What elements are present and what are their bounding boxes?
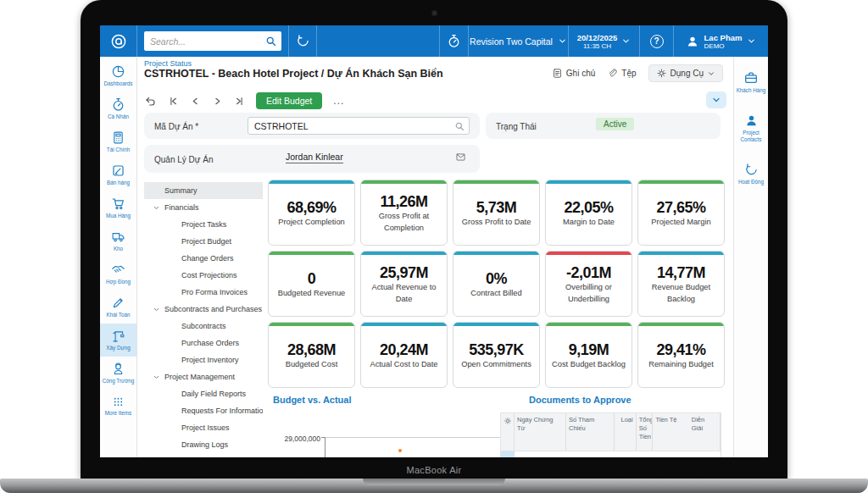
module-rail-item[interactable]: Kho bbox=[100, 224, 136, 257]
side-menu-item[interactable]: Project Budget bbox=[144, 233, 263, 250]
module-rail-label: Kho bbox=[114, 246, 123, 252]
project-manager-value[interactable]: Jordan Kinlear bbox=[286, 152, 343, 163]
more-actions-button[interactable]: ... bbox=[333, 95, 344, 107]
table-column-header[interactable]: Diễn Giải bbox=[689, 413, 721, 451]
side-panel-item[interactable]: Khách Hàng bbox=[734, 64, 768, 101]
kpi-tile[interactable]: 25,97M Actual Revenue to Date bbox=[360, 251, 448, 317]
module-rail-item[interactable]: More Items bbox=[100, 390, 136, 423]
help-button[interactable]: ? bbox=[639, 25, 673, 57]
notes-button[interactable]: Ghi chú bbox=[552, 68, 595, 79]
side-menu-item[interactable]: Drawing Logs bbox=[144, 436, 263, 453]
undo-button[interactable] bbox=[144, 95, 157, 108]
lookup-icon[interactable] bbox=[453, 120, 465, 132]
module-rail-item[interactable]: Khái Toán bbox=[100, 290, 136, 324]
table-column-header[interactable]: Loại bbox=[615, 413, 637, 451]
kpi-value: 14,77M bbox=[657, 265, 705, 282]
table-column-header[interactable]: Tổng Số Tiền bbox=[637, 413, 654, 451]
table-settings-button[interactable] bbox=[501, 413, 515, 451]
project-id-input[interactable] bbox=[248, 119, 469, 135]
breadcrumb[interactable]: Project Status bbox=[144, 59, 192, 68]
documents-to-approve-title[interactable]: Documents to Approve bbox=[529, 395, 632, 405]
kpi-tile[interactable]: 28,68M Budgeted Cost bbox=[268, 322, 355, 388]
files-button[interactable]: Tệp bbox=[607, 68, 636, 79]
side-menu-item[interactable]: Subcontracts and Purchases bbox=[144, 301, 263, 318]
side-menu-item[interactable]: Subcontracts bbox=[144, 318, 263, 335]
table-column-header[interactable]: Tiền Tệ bbox=[653, 413, 688, 451]
contact-card-icon[interactable] bbox=[455, 152, 466, 163]
side-menu-label: Project Tasks bbox=[181, 220, 226, 229]
app-logo-icon[interactable] bbox=[100, 25, 137, 57]
side-menu-item[interactable]: Cost Projections bbox=[144, 267, 263, 284]
side-menu-item[interactable]: Purchase Orders bbox=[144, 335, 263, 351]
user-menu[interactable]: Lac Pham DEMO bbox=[673, 25, 768, 57]
side-panel-item[interactable]: Project Contacts bbox=[734, 109, 768, 147]
module-rail-label: Khái Toán bbox=[107, 312, 131, 318]
history-icon bbox=[744, 163, 759, 177]
row-selector-cell[interactable] bbox=[501, 451, 515, 457]
collapse-form-button[interactable] bbox=[706, 91, 726, 108]
budget-vs-actual-title[interactable]: Budget vs. Actual bbox=[273, 395, 352, 405]
side-panel-label: Project Contacts bbox=[734, 130, 768, 141]
kpi-tile[interactable]: 5,73M Gross Profit to Date bbox=[453, 180, 540, 246]
search-icon[interactable] bbox=[264, 35, 277, 47]
kpi-tile[interactable]: 0% Contract Billed bbox=[453, 251, 540, 317]
module-rail-item[interactable]: Mua Hàng bbox=[100, 191, 136, 224]
business-date-selector[interactable]: 20/12/2025 11:35 CH bbox=[568, 25, 639, 57]
kpi-tile[interactable]: 9,19M Cost Budget Backlog bbox=[545, 322, 632, 388]
time-tracking-icon[interactable] bbox=[439, 25, 468, 57]
tools-button[interactable]: Dụng Cụ bbox=[648, 64, 723, 82]
module-rail-item[interactable]: Cá Nhân bbox=[100, 92, 136, 125]
kpi-tile[interactable]: 68,69% Project Completion bbox=[268, 180, 355, 246]
kpi-tile[interactable]: 20,24M Actual Cost to Date bbox=[360, 322, 448, 388]
side-menu-item[interactable]: Project Management bbox=[144, 368, 263, 385]
side-menu-item[interactable]: Project Tasks bbox=[144, 216, 263, 233]
side-menu-item[interactable]: Summary bbox=[144, 182, 263, 199]
side-panel-item[interactable]: Hoạt Động bbox=[734, 155, 768, 192]
kpi-label: Margin to Date bbox=[548, 217, 630, 229]
tenant-selector[interactable]: Revision Two Capital bbox=[468, 25, 568, 57]
side-menu-item[interactable]: Project Issues bbox=[144, 419, 263, 436]
chevron-down-icon bbox=[153, 374, 164, 381]
kpi-tile[interactable]: 0 Budgeted Revenue bbox=[268, 251, 355, 317]
business-time: 11:35 CH bbox=[577, 42, 618, 50]
kpi-tile[interactable]: 11,26M Gross Profit at Completion bbox=[360, 180, 448, 246]
status-panel: Trạng Thái Active bbox=[486, 113, 721, 139]
files-label: Tệp bbox=[621, 69, 636, 78]
next-record-button[interactable] bbox=[212, 96, 223, 107]
module-rail-item[interactable]: Xây Dựng bbox=[100, 324, 136, 357]
module-rail-item[interactable]: Hợp Đồng bbox=[100, 257, 136, 290]
table-column-header[interactable]: Ngày Chứng Từ bbox=[515, 413, 566, 451]
table-row[interactable] bbox=[501, 451, 721, 457]
business-date-history-button[interactable] bbox=[288, 25, 317, 57]
search-input[interactable] bbox=[144, 31, 281, 51]
last-record-button[interactable] bbox=[234, 96, 245, 107]
kpi-label: Budgeted Revenue bbox=[270, 288, 353, 300]
kpi-tile[interactable]: 14,77M Revenue Budget Backlog bbox=[637, 251, 725, 317]
kpi-tile[interactable]: -2,01M Overbilling or Underbilling bbox=[545, 251, 632, 317]
kpi-value: 25,97M bbox=[380, 265, 428, 282]
side-panel-label: Hoạt Động bbox=[738, 179, 764, 185]
side-menu-item[interactable]: Pro Forma Invoices bbox=[144, 284, 263, 301]
side-menu-label: Project Inventory bbox=[181, 356, 239, 364]
side-menu-item[interactable]: Financials bbox=[144, 199, 263, 216]
module-rail-item[interactable]: Công Trường bbox=[100, 357, 136, 390]
kpi-tile[interactable]: 29,41% Remaining Budget bbox=[637, 322, 725, 388]
side-menu-item[interactable]: Project Inventory bbox=[144, 351, 263, 368]
chevron-down-icon bbox=[153, 306, 164, 313]
module-rail-item[interactable]: Bán hàng bbox=[100, 158, 136, 191]
kpi-tile[interactable]: 27,65% Projected Margin bbox=[637, 180, 725, 246]
table-column-header[interactable]: Số Tham Chiếu bbox=[566, 413, 615, 451]
module-rail-item[interactable]: Tài Chính bbox=[100, 125, 136, 158]
side-menu-item[interactable]: Change Orders bbox=[144, 250, 263, 267]
side-menu-item[interactable]: Daily Field Reports bbox=[144, 385, 263, 402]
module-rail-item[interactable]: Dashboards bbox=[100, 59, 136, 92]
person-icon bbox=[744, 113, 759, 128]
kpi-label: Project Completion bbox=[270, 217, 353, 229]
previous-record-button[interactable] bbox=[190, 96, 201, 107]
first-record-button[interactable] bbox=[168, 96, 179, 107]
side-menu-item[interactable]: Requests For Information bbox=[144, 402, 263, 419]
module-rail-label: Xây Dựng bbox=[106, 345, 130, 351]
kpi-tile[interactable]: 535,97K Open Commitments bbox=[453, 322, 540, 388]
kpi-tile[interactable]: 22,05% Margin to Date bbox=[545, 180, 632, 246]
edit-budget-button[interactable]: Edit Budget bbox=[256, 92, 322, 109]
